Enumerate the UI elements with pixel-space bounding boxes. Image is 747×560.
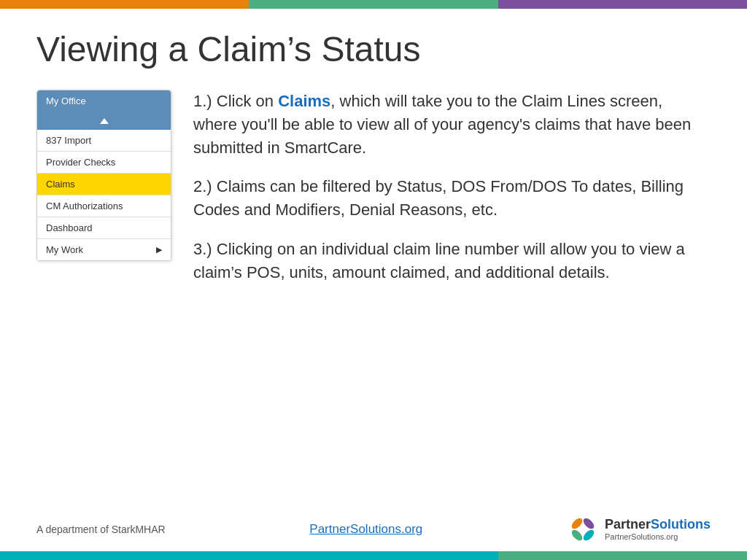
step1-text: 1.) Click on Claims, which will take you… xyxy=(193,92,691,157)
step-2: 2.) Claims can be filtered by Status, DO… xyxy=(193,175,711,222)
footer-website-text: PartnerSolutions.org xyxy=(309,522,422,536)
footer-logo: PartnerSolutions PartnerSolutions.org xyxy=(567,513,711,545)
step1-prefix: 1.) Click on xyxy=(193,92,278,110)
sidebar-item-claims[interactable]: Claims xyxy=(37,174,171,195)
sidebar-item-label: My Work xyxy=(46,244,83,255)
sidebar-mockup: My Office 837 Import Provider Checks Cla… xyxy=(36,90,171,261)
sidebar-arrow-row xyxy=(37,112,171,130)
footer-website-link[interactable]: PartnerSolutions.org xyxy=(309,522,422,537)
sidebar-item-label: Dashboard xyxy=(46,222,93,233)
sidebar-header-label: My Office xyxy=(46,96,86,106)
sidebar-menu: 837 Import Provider Checks Claims CM Aut… xyxy=(37,130,171,260)
logo-partner: Partner xyxy=(605,517,651,532)
step2-text: 2.) Claims can be filtered by Status, DO… xyxy=(193,177,684,219)
main-content: Viewing a Claim’s Status My Office 837 I… xyxy=(0,9,747,315)
sidebar-item-provider-checks[interactable]: Provider Checks xyxy=(37,152,171,174)
top-bar-green xyxy=(249,0,498,9)
footer: A department of StarkMHAR PartnerSolutio… xyxy=(0,513,747,545)
logo-text: PartnerSolutions PartnerSolutions.org xyxy=(605,518,711,541)
step1-highlight: Claims xyxy=(278,92,330,110)
sidebar-item-my-work[interactable]: My Work ▶ xyxy=(37,239,171,260)
sidebar-item-label: Provider Checks xyxy=(46,157,115,168)
step-3: 3.) Clicking on an individual claim line… xyxy=(193,238,711,284)
sidebar-item-label: 837 Import xyxy=(46,135,91,146)
step-1: 1.) Click on Claims, which will take you… xyxy=(193,90,711,160)
content-area: My Office 837 Import Provider Checks Cla… xyxy=(36,90,711,300)
partner-solutions-logo-icon xyxy=(567,513,599,545)
logo-sub: PartnerSolutions.org xyxy=(605,532,711,541)
steps-container: 1.) Click on Claims, which will take you… xyxy=(193,90,711,300)
sidebar-item-label: CM Authorizations xyxy=(46,201,123,211)
sidebar-item-cm-authorizations[interactable]: CM Authorizations xyxy=(37,195,171,217)
chevron-right-icon: ▶ xyxy=(156,245,162,254)
bottom-color-bar xyxy=(0,551,747,560)
logo-solutions: Solutions xyxy=(651,517,711,532)
sidebar-item-label: Claims xyxy=(46,179,75,190)
sidebar-item-837import[interactable]: 837 Import xyxy=(37,130,171,152)
sidebar-item-dashboard[interactable]: Dashboard xyxy=(37,217,171,239)
step3-text: 3.) Clicking on an individual claim line… xyxy=(193,240,685,281)
top-bar-purple xyxy=(498,0,747,9)
footer-department: A department of StarkMHAR xyxy=(36,524,166,535)
top-bar-orange xyxy=(0,0,249,9)
sidebar-up-arrow-icon xyxy=(100,118,109,124)
logo-name: PartnerSolutions xyxy=(605,518,711,532)
bottom-bar-teal xyxy=(0,551,498,560)
page-title: Viewing a Claim’s Status xyxy=(36,31,711,69)
top-color-bar xyxy=(0,0,747,9)
svg-point-4 xyxy=(579,526,587,533)
sidebar-header: My Office xyxy=(37,90,171,112)
bottom-bar-green xyxy=(498,551,747,560)
